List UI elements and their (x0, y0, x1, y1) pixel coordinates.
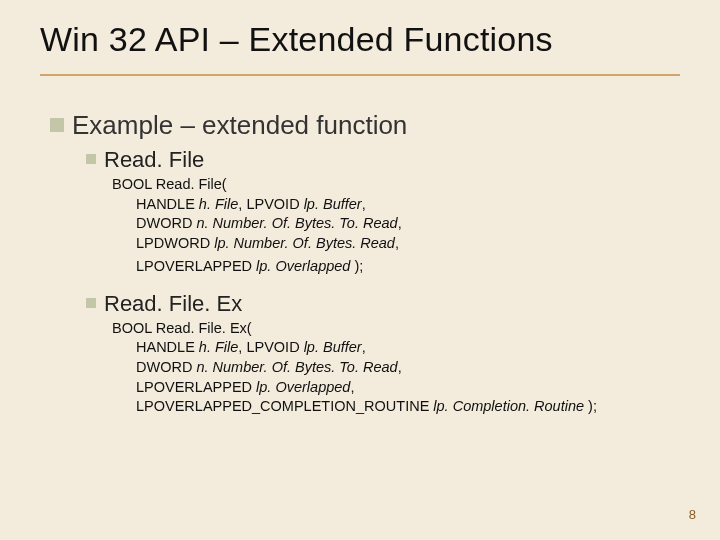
content-area: Example – extended function Read. File B… (50, 110, 690, 417)
code-block: BOOL Read. File. Ex(HANDLE h. File, LPVO… (112, 319, 690, 417)
level2-heading: Read. File. Ex (104, 291, 242, 317)
page-number: 8 (689, 507, 696, 522)
slide-title: Win 32 API – Extended Functions (40, 20, 680, 69)
level2-heading: Read. File (104, 147, 204, 173)
code-block: BOOL Read. File(HANDLE h. File, LPVOID l… (112, 175, 690, 277)
code-line: BOOL Read. File. Ex( (112, 319, 690, 339)
code-line: LPOVERLAPPED lp. Overlapped, (112, 378, 690, 398)
bullet-level1: Example – extended function (50, 110, 690, 141)
code-line: LPOVERLAPPED_COMPLETION_ROUTINE lp. Comp… (112, 397, 690, 417)
title-underline (40, 74, 680, 76)
level1-text: Example – extended function (72, 110, 407, 141)
code-line: LPOVERLAPPED lp. Overlapped ); (112, 257, 690, 277)
code-line: DWORD n. Number. Of. Bytes. To. Read, (112, 358, 690, 378)
square-bullet-icon (86, 298, 96, 308)
code-line: BOOL Read. File( (112, 175, 690, 195)
slide: Win 32 API – Extended Functions Example … (0, 0, 720, 540)
code-line: LPDWORD lp. Number. Of. Bytes. Read, (112, 234, 690, 254)
bullet-level2: Read. File. Ex (86, 291, 690, 317)
square-bullet-icon (50, 118, 64, 132)
square-bullet-icon (86, 154, 96, 164)
bullet-level2: Read. File (86, 147, 690, 173)
code-line: DWORD n. Number. Of. Bytes. To. Read, (112, 214, 690, 234)
code-line: HANDLE h. File, LPVOID lp. Buffer, (112, 195, 690, 215)
code-line: HANDLE h. File, LPVOID lp. Buffer, (112, 338, 690, 358)
